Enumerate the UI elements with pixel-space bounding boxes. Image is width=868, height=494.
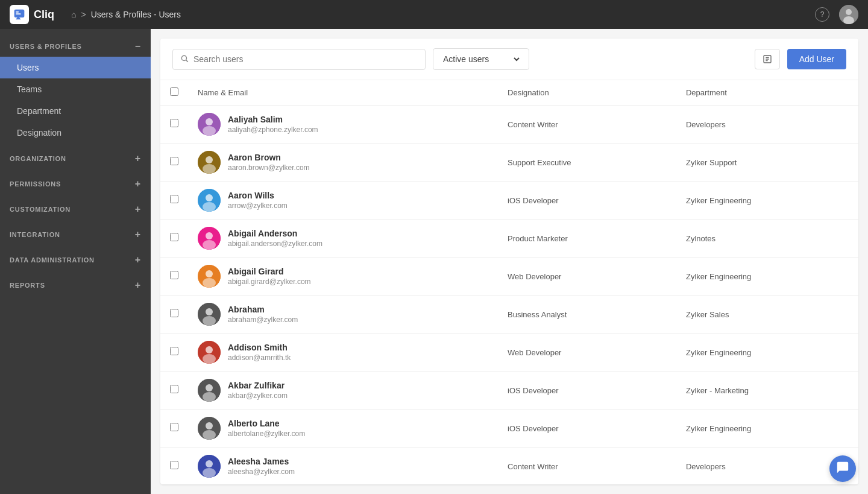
app-logo[interactable]: Cliq <box>10 5 54 24</box>
row-department: Zylnotes <box>676 220 858 258</box>
search-input[interactable] <box>193 54 418 64</box>
user-name[interactable]: Aaron Wills <box>228 191 288 200</box>
users-table: Name & Email Designation Department <box>160 80 858 484</box>
breadcrumb: ⌂ > Users & Profiles - Users <box>71 10 181 19</box>
user-name[interactable]: Abraham <box>228 305 298 314</box>
chat-bubble-icon <box>836 461 849 477</box>
topbar-right: ? <box>815 5 858 24</box>
user-info: Aleesha James aleesha@zylker.com <box>228 457 295 476</box>
user-info: Aaron Wills arrow@zylker.com <box>228 191 288 210</box>
sidebar: USERS & PROFILES − Users Teams Departmen… <box>0 29 151 494</box>
table-row: Aaron Wills arrow@zylker.com iOS Develop… <box>160 182 858 220</box>
user-cell: Aaron Brown aaron.brown@zylker.com <box>198 151 488 174</box>
chat-bubble[interactable] <box>829 455 856 482</box>
row-name-cell: Addison Smith addison@amrrith.tk <box>188 334 498 372</box>
svg-point-20 <box>203 202 216 212</box>
row-checkbox-cell <box>160 448 188 485</box>
user-name[interactable]: Aaliyah Salim <box>228 115 318 124</box>
row-checkbox[interactable] <box>170 385 178 393</box>
filter-dropdown[interactable]: Active users Inactive users All users <box>433 48 529 70</box>
user-name[interactable]: Aaron Brown <box>228 153 310 162</box>
user-name[interactable]: Alberto Lane <box>228 419 305 428</box>
logo-icon <box>10 5 29 24</box>
row-name-cell: Alberto Lane albertolane@zylker.com <box>188 410 498 448</box>
add-user-button[interactable]: Add User <box>787 49 846 69</box>
row-department: Zylker Engineering <box>676 334 858 372</box>
table-row: Aleesha James aleesha@zylker.com Content… <box>160 448 858 485</box>
user-name[interactable]: Aleesha James <box>228 457 295 466</box>
integration-header[interactable]: INTEGRATION + <box>0 224 151 245</box>
row-checkbox[interactable] <box>170 309 178 317</box>
row-designation: Content Writer <box>498 106 676 144</box>
user-cell: Aleesha James aleesha@zylker.com <box>198 455 488 478</box>
customization-header[interactable]: CUSTOMIZATION + <box>0 199 151 220</box>
sidebar-section-integration: INTEGRATION + <box>0 224 151 245</box>
filter-select[interactable]: Active users Inactive users All users <box>441 54 521 65</box>
export-button[interactable] <box>755 49 780 69</box>
main-layout: USERS & PROFILES − Users Teams Departmen… <box>0 29 868 494</box>
svg-point-16 <box>206 156 213 163</box>
users-profiles-header[interactable]: USERS & PROFILES − <box>0 36 151 57</box>
row-checkbox-cell <box>160 220 188 258</box>
reports-header[interactable]: REPORTS + <box>0 275 151 296</box>
search-box[interactable] <box>172 49 426 70</box>
row-checkbox[interactable] <box>170 461 178 469</box>
svg-point-28 <box>206 308 213 315</box>
data-admin-header[interactable]: DATA ADMINISTRATION + <box>0 250 151 270</box>
row-checkbox-cell <box>160 258 188 296</box>
row-designation: Product Marketer <box>498 220 676 258</box>
svg-point-32 <box>203 354 216 364</box>
user-info: Aaliyah Salim aaliyah@zphone.zylker.com <box>228 115 318 134</box>
row-checkbox-cell <box>160 106 188 144</box>
row-checkbox[interactable] <box>170 119 178 127</box>
sidebar-item-users[interactable]: Users <box>0 57 151 78</box>
user-email: albertolane@zylker.com <box>228 429 305 438</box>
user-name[interactable]: Abigail Girard <box>228 267 311 276</box>
user-cell: Aaliyah Salim aaliyah@zphone.zylker.com <box>198 113 488 136</box>
svg-point-40 <box>206 460 213 467</box>
svg-point-6 <box>181 55 186 60</box>
toolbar-right: Add User <box>755 49 846 69</box>
help-icon[interactable]: ? <box>815 7 829 22</box>
user-avatar <box>198 113 221 136</box>
customization-expand-icon: + <box>135 204 141 215</box>
organization-header[interactable]: ORGANIZATION + <box>0 148 151 169</box>
col-designation: Designation <box>498 80 676 106</box>
row-name-cell: Abraham abraham@zylker.com <box>188 296 498 334</box>
sidebar-item-designation[interactable]: Designation <box>0 122 151 144</box>
data-admin-label: DATA ADMINISTRATION <box>10 256 95 264</box>
sidebar-section-customization: CUSTOMIZATION + <box>0 199 151 220</box>
user-name[interactable]: Akbar Zulfikar <box>228 381 288 390</box>
collapse-icon: − <box>135 41 141 52</box>
sidebar-item-teams[interactable]: Teams <box>0 78 151 100</box>
reports-label: REPORTS <box>10 282 45 289</box>
sidebar-designation-label: Designation <box>17 128 61 138</box>
svg-point-4 <box>846 9 852 15</box>
user-name[interactable]: Addison Smith <box>228 343 291 352</box>
user-name[interactable]: Abigail Anderson <box>228 229 322 238</box>
row-checkbox[interactable] <box>170 233 178 241</box>
row-checkbox-cell <box>160 296 188 334</box>
logo-text: Cliq <box>34 8 54 21</box>
home-icon[interactable]: ⌂ <box>71 10 76 19</box>
breadcrumb-current: Users & Profiles - Users <box>91 10 181 19</box>
row-checkbox[interactable] <box>170 195 178 203</box>
permissions-header[interactable]: PERMISSIONS + <box>0 174 151 194</box>
svg-point-23 <box>203 240 216 250</box>
table-row: Aaliyah Salim aaliyah@zphone.zylker.com … <box>160 106 858 144</box>
user-avatar <box>198 303 221 326</box>
avatar[interactable] <box>839 5 858 24</box>
user-email: abigail.girard@zylker.com <box>228 277 311 286</box>
user-email: abigail.anderson@zylker.com <box>228 239 322 248</box>
sidebar-item-department[interactable]: Department <box>0 100 151 122</box>
row-checkbox[interactable] <box>170 271 178 279</box>
user-cell: Akbar Zulfikar akbar@zylker.com <box>198 379 488 402</box>
user-email: abraham@zylker.com <box>228 315 298 324</box>
row-designation: Web Developer <box>498 258 676 296</box>
row-checkbox[interactable] <box>170 347 178 355</box>
sidebar-section-data-admin: DATA ADMINISTRATION + <box>0 250 151 270</box>
select-all-checkbox[interactable] <box>170 87 178 96</box>
row-checkbox[interactable] <box>170 157 178 165</box>
row-checkbox[interactable] <box>170 423 178 431</box>
user-cell: Abigail Anderson abigail.anderson@zylker… <box>198 227 488 250</box>
